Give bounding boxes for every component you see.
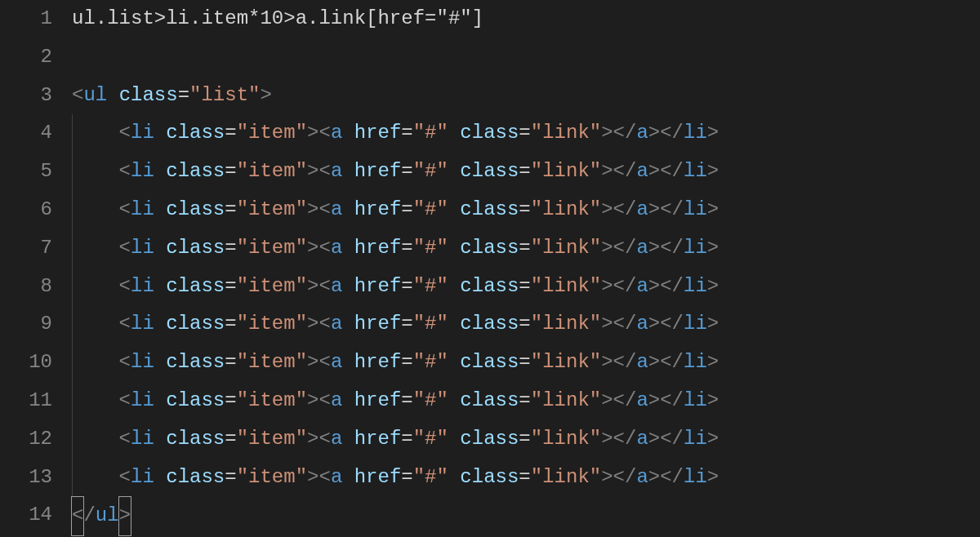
angle-bracket: < xyxy=(119,237,131,259)
attr-name: href xyxy=(354,389,402,411)
attr-value: "item" xyxy=(237,237,307,259)
code-line[interactable]: <li class="item"><a href="#" class="link… xyxy=(72,344,980,382)
attr-value: "item" xyxy=(237,275,307,297)
attr-name: class xyxy=(460,466,519,488)
angle-bracket: < xyxy=(318,160,330,182)
angle-bracket: </ xyxy=(660,313,684,335)
angle-bracket: < xyxy=(119,198,131,220)
angle-bracket: </ xyxy=(613,160,637,182)
tag-name: a xyxy=(636,313,648,335)
attr-value: "list" xyxy=(189,84,260,106)
angle-bracket: </ xyxy=(660,198,684,220)
code-line[interactable]: ul.list>li.item*10>a.link[href="#"] xyxy=(72,0,980,38)
angle-bracket: < xyxy=(119,313,131,335)
tag-name: li xyxy=(684,198,707,220)
angle-bracket: > xyxy=(707,198,719,220)
angle-bracket: < xyxy=(119,160,131,182)
angle-bracket: < xyxy=(72,84,83,106)
code-line[interactable]: </ul> xyxy=(72,496,980,536)
angle-bracket: </ xyxy=(660,237,684,259)
angle-bracket: > xyxy=(307,122,318,144)
angle-bracket: < xyxy=(119,351,131,373)
tag-name: li xyxy=(684,428,707,450)
tag-name: li xyxy=(131,275,154,297)
angle-bracket: </ xyxy=(660,389,684,411)
angle-bracket: > xyxy=(601,198,612,220)
attr-value: "link" xyxy=(531,389,601,411)
angle-bracket: > xyxy=(601,122,612,144)
tag-name: li xyxy=(131,466,154,488)
angle-bracket: > xyxy=(707,389,719,411)
tag-name: ul xyxy=(96,504,119,526)
attr-value: "item" xyxy=(237,389,307,411)
indent-guide xyxy=(72,420,73,459)
attr-name: class xyxy=(460,237,519,259)
tag-name: li xyxy=(131,389,154,411)
angle-bracket: </ xyxy=(660,160,684,182)
attr-name: class xyxy=(166,237,225,259)
angle-bracket: > xyxy=(707,160,719,182)
code-line[interactable]: <li class="item"><a href="#" class="link… xyxy=(72,382,980,420)
code-line[interactable]: <li class="item"><a href="#" class="link… xyxy=(72,268,980,306)
angle-bracket: < xyxy=(318,313,330,335)
angle-bracket: > xyxy=(307,466,318,488)
indent-guide xyxy=(72,153,73,191)
angle-bracket: > xyxy=(707,428,719,450)
tag-name: li xyxy=(684,466,707,488)
code-line[interactable]: <li class="item"><a href="#" class="link… xyxy=(72,305,980,344)
code-area[interactable]: ul.list>li.item*10>a.link[href="#"] <ul … xyxy=(72,0,980,537)
indent-guide xyxy=(72,382,73,420)
code-line[interactable]: <ul class="list"> xyxy=(72,77,980,115)
attr-value: "item" xyxy=(237,351,307,373)
tag-name: li xyxy=(684,122,707,144)
line-number: 13 xyxy=(0,459,52,497)
tag-name: li xyxy=(131,198,154,220)
angle-bracket: < xyxy=(318,122,330,144)
code-editor[interactable]: 1234567891011121314 ul.list>li.item*10>a… xyxy=(0,0,980,537)
attr-name: class xyxy=(166,313,225,335)
tag-name: li xyxy=(131,351,154,373)
tag-name: a xyxy=(331,160,342,182)
code-line[interactable]: <li class="item"><a href="#" class="link… xyxy=(72,459,980,497)
cursor-bracket-open: < xyxy=(71,496,84,536)
attr-value: "link" xyxy=(531,237,601,259)
angle-bracket: > xyxy=(707,351,719,373)
line-number: 11 xyxy=(0,382,52,420)
code-line[interactable]: <li class="item"><a href="#" class="link… xyxy=(72,420,980,459)
attr-value: "link" xyxy=(531,428,601,450)
tag-name: a xyxy=(636,122,648,144)
attr-value: "#" xyxy=(413,198,448,220)
attr-name: class xyxy=(166,160,225,182)
angle-bracket: > xyxy=(307,313,318,335)
line-number: 9 xyxy=(0,305,52,344)
code-line[interactable]: <li class="item"><a href="#" class="link… xyxy=(72,153,980,191)
tag-name: a xyxy=(331,351,342,373)
attr-name: class xyxy=(460,313,519,335)
indent-guide xyxy=(72,459,73,497)
angle-bracket: </ xyxy=(613,466,637,488)
angle-bracket: </ xyxy=(613,313,637,335)
angle-bracket: > xyxy=(307,428,318,450)
line-number-gutter: 1234567891011121314 xyxy=(0,0,72,537)
attr-value: "#" xyxy=(413,313,448,335)
line-number: 5 xyxy=(0,153,52,191)
angle-bracket: > xyxy=(601,351,612,373)
angle-bracket: > xyxy=(601,160,612,182)
attr-name: href xyxy=(354,275,402,297)
line-number: 2 xyxy=(0,38,52,77)
line-number: 8 xyxy=(0,268,52,306)
attr-name: class xyxy=(166,466,225,488)
tag-name: a xyxy=(331,428,342,450)
angle-bracket: > xyxy=(307,389,318,411)
attr-value: "#" xyxy=(413,389,448,411)
attr-name: class xyxy=(460,351,519,373)
code-line[interactable] xyxy=(72,38,980,77)
code-line[interactable]: <li class="item"><a href="#" class="link… xyxy=(72,191,980,229)
attr-name: class xyxy=(166,351,225,373)
angle-bracket: > xyxy=(707,313,719,335)
code-line[interactable]: <li class="item"><a href="#" class="link… xyxy=(72,114,980,153)
code-line[interactable]: <li class="item"><a href="#" class="link… xyxy=(72,229,980,268)
line-number: 7 xyxy=(0,229,52,268)
attr-name: href xyxy=(354,351,402,373)
tag-name: a xyxy=(331,466,342,488)
